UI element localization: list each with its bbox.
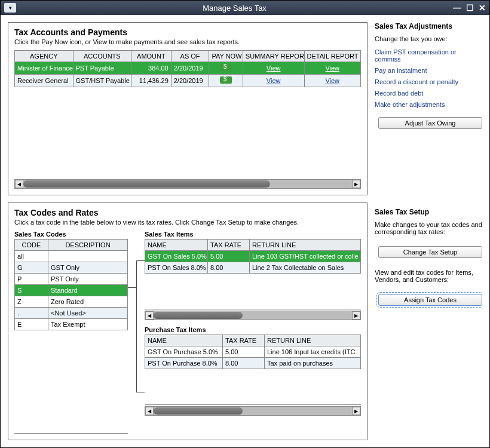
purchase-item-row[interactable]: GST On Purchase 5.0% 5.00 Line 106 Input…	[145, 346, 361, 358]
right-column: Sales Tax Adjustments Change the tax you…	[375, 22, 482, 440]
col-rate[interactable]: TAX RATE	[208, 240, 250, 251]
pay-now-icon[interactable]	[220, 76, 232, 84]
scroll-left-icon[interactable]: ◀	[15, 180, 23, 188]
code-row[interactable]: ETax Exempt	[15, 319, 128, 330]
code-row[interactable]: SStandard	[15, 285, 128, 296]
scroll-right-icon[interactable]: ▶	[352, 407, 360, 415]
code-row[interactable]: all	[15, 251, 128, 262]
detail-link[interactable]: View	[325, 77, 339, 84]
col-asof[interactable]: AS OF	[171, 51, 209, 62]
sales-items-empty	[145, 274, 361, 309]
cell-agency: Minister of Finance	[15, 62, 74, 75]
scroll-thumb[interactable]	[154, 407, 243, 415]
cell-amount: 11,436.29	[131, 75, 172, 87]
window-title: Manage Sales Tax	[16, 4, 453, 13]
adjust-link[interactable]: Record a discount or penalty	[375, 78, 482, 85]
accounts-row[interactable]: Minister of Finance PST Payable 384.00 2…	[15, 62, 361, 75]
purchase-items-block: Purchase Tax Items NAME TAX RATE RETURN …	[145, 326, 361, 416]
cell-detail: View	[304, 62, 361, 75]
adjust-link[interactable]: Make other adjustments	[375, 101, 482, 108]
assign-tax-codes-button[interactable]: Assign Tax Codes	[378, 294, 482, 306]
col-return[interactable]: RETURN LINE	[265, 335, 361, 346]
sales-item-row[interactable]: PST On Sales 8.0% 8.00 Line 2 Tax Collec…	[145, 262, 361, 274]
window-controls: — ☐ ✕	[453, 3, 486, 13]
col-detail[interactable]: DETAIL REPORT	[304, 51, 361, 62]
col-return[interactable]: RETURN LINE	[250, 240, 361, 251]
scroll-right-icon[interactable]: ▶	[352, 311, 360, 320]
col-agency[interactable]: AGENCY	[15, 51, 74, 62]
minimize-icon[interactable]: —	[453, 3, 461, 13]
items-col: Sales Tax Items NAME TAX RATE RETURN LIN…	[145, 231, 361, 434]
cell-asof: 2/20/2019	[171, 75, 209, 87]
change-tax-setup-button[interactable]: Change Tax Setup	[378, 246, 482, 258]
setup-heading: Sales Tax Setup	[375, 208, 482, 216]
adjust-link[interactable]: Pay an instalment	[375, 67, 482, 74]
left-column: Tax Accounts and Payments Click the Pay …	[8, 22, 368, 440]
close-icon[interactable]: ✕	[479, 3, 486, 13]
col-accounts[interactable]: ACCOUNTS	[73, 51, 131, 62]
window-menu-icon[interactable]: ▾	[4, 3, 16, 13]
setup-sub1: Make changes to your tax codes and corre…	[375, 221, 482, 235]
setup-sub2: View and edit tax codes for Items, Vendo…	[375, 269, 482, 283]
code-row[interactable]: PPST Only	[15, 274, 128, 285]
scroll-track[interactable]	[154, 407, 352, 415]
purchase-items-hscroll[interactable]: ◀ ▶	[145, 406, 361, 416]
col-rate[interactable]: TAX RATE	[223, 335, 265, 346]
scroll-left-icon[interactable]: ◀	[145, 407, 154, 415]
col-code[interactable]: CODE	[15, 240, 48, 251]
titlebar: ▾ Manage Sales Tax — ☐ ✕	[1, 1, 489, 15]
code-row[interactable]: .<Not Used>	[15, 308, 128, 319]
sales-items-table[interactable]: NAME TAX RATE RETURN LINE GST On Sales 5…	[145, 239, 361, 274]
cell-amount: 384.00	[131, 62, 172, 75]
purchase-items-table[interactable]: NAME TAX RATE RETURN LINE GST On Purchas…	[145, 335, 361, 369]
pay-now-icon[interactable]	[220, 64, 232, 71]
summary-link[interactable]: View	[267, 65, 281, 72]
accounts-panel: Tax Accounts and Payments Click the Pay …	[8, 22, 368, 195]
cell-summary: View	[243, 62, 304, 75]
col-name[interactable]: NAME	[145, 335, 223, 346]
scroll-track[interactable]	[154, 311, 352, 320]
purchase-item-row[interactable]: PST On Purchase 8.0% 8.00 Tax paid on pu…	[145, 358, 361, 369]
sales-tax-codes-col: Sales Tax Codes CODE DESCRIPTION	[14, 231, 128, 434]
accounts-hscroll[interactable]: ◀ ▶	[14, 179, 361, 189]
connector-line	[136, 260, 145, 261]
codes-table-wrap: CODE DESCRIPTION all GGST Only PPST Only…	[14, 239, 128, 434]
summary-link[interactable]: View	[267, 77, 281, 84]
scroll-right-icon[interactable]: ▶	[352, 180, 360, 188]
code-row[interactable]: GGST Only	[15, 262, 128, 274]
connector-line	[128, 287, 136, 288]
cell-asof: 2/20/2019	[171, 62, 209, 75]
scroll-track[interactable]	[23, 180, 352, 188]
sales-items-hscroll[interactable]: ◀ ▶	[145, 311, 361, 320]
codes-table[interactable]: CODE DESCRIPTION all GGST Only PPST Only…	[14, 239, 128, 330]
codes-heading: Tax Codes and Rates	[14, 208, 361, 217]
cell-paynow[interactable]	[209, 62, 243, 75]
sales-item-row[interactable]: GST On Sales 5.0% 5.00 Line 103 GST/HST …	[145, 251, 361, 262]
scroll-left-icon[interactable]: ◀	[145, 311, 154, 320]
accounts-row[interactable]: Receiver General GST/HST Payable 11,436.…	[15, 75, 361, 87]
scroll-thumb[interactable]	[154, 312, 243, 319]
accounts-heading: Tax Accounts and Payments	[14, 27, 361, 37]
cell-summary: View	[243, 75, 304, 87]
cell-accounts: GST/HST Payable	[73, 75, 131, 87]
content-area: Tax Accounts and Payments Click the Pay …	[1, 15, 489, 447]
detail-link[interactable]: View	[325, 65, 339, 72]
codes-mini-heading: Sales Tax Codes	[14, 231, 128, 238]
adjust-link[interactable]: Claim PST compensation or commiss	[375, 48, 482, 63]
scroll-thumb[interactable]	[23, 180, 270, 188]
code-row[interactable]: ZZero Rated	[15, 296, 128, 308]
adjust-link[interactable]: Record bad debt	[375, 90, 482, 97]
col-amount[interactable]: AMOUNT	[131, 51, 172, 62]
maximize-icon[interactable]: ☐	[466, 3, 474, 13]
adjustments-sub: Change the tax you owe:	[375, 35, 482, 42]
accounts-subtext: Click the Pay Now icon, or View to make …	[14, 38, 361, 45]
adjust-tax-owing-button[interactable]: Adjust Tax Owing	[378, 117, 482, 129]
accounts-empty-area	[14, 87, 361, 178]
codes-subtext: Click a tax code in the table below to v…	[14, 219, 361, 226]
col-name[interactable]: NAME	[145, 240, 208, 251]
col-summary[interactable]: SUMMARY REPORT	[243, 51, 304, 62]
col-desc[interactable]: DESCRIPTION	[48, 240, 128, 251]
col-paynow[interactable]: PAY NOW	[209, 51, 243, 62]
accounts-table[interactable]: AGENCY ACCOUNTS AMOUNT AS OF PAY NOW SUM…	[14, 50, 361, 87]
cell-paynow[interactable]	[209, 75, 243, 87]
